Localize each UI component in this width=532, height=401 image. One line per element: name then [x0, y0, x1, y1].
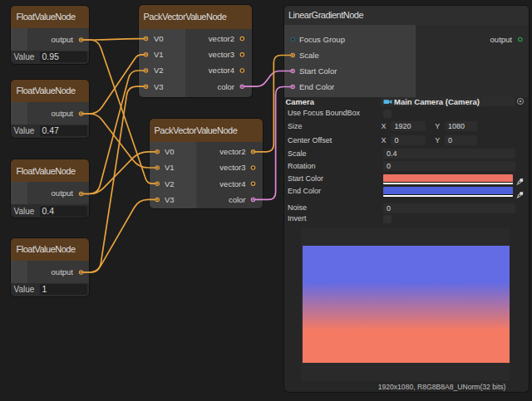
wire-f4-pack1-v3[interactable]: [81, 86, 146, 272]
node-title[interactable]: FloatValueNode: [11, 80, 89, 102]
input-port-v0[interactable]: V0: [150, 144, 196, 159]
eyedropper-icon[interactable]: [515, 191, 524, 201]
node-body: output: [11, 102, 89, 125]
value-field[interactable]: 0.95: [40, 51, 88, 62]
inputs-column: V0 V1 V2 V3: [150, 142, 196, 208]
pack-vector-node-2[interactable]: PackVectorValueNode V0 V1 V2 V3 vector2 …: [150, 119, 263, 208]
output-port-vector4[interactable]: vector4: [185, 62, 252, 78]
input-port-v2[interactable]: V2: [139, 62, 185, 78]
rotation-field[interactable]: 0: [383, 161, 515, 171]
center-x-prefix: X: [382, 136, 387, 144]
node-body: V0 V1 V2 V3 vector2 vector3 vector4 colo…: [139, 29, 252, 98]
output-port-row: output: [27, 182, 89, 204]
size-x-prefix: X: [382, 122, 387, 130]
size-x-field[interactable]: 1920: [391, 121, 425, 131]
node-body: output: [11, 182, 89, 204]
output-port-row: output: [27, 261, 89, 283]
alpha-bar: [383, 182, 513, 184]
wire-f3-pack2-v0[interactable]: [81, 152, 158, 194]
scale-field[interactable]: 0.4: [383, 149, 515, 159]
input-column: [11, 182, 27, 204]
output-port-color[interactable]: color: [185, 79, 252, 95]
wire-f3-pack1-v2[interactable]: [81, 71, 146, 194]
node-title[interactable]: FloatValueNode: [11, 238, 89, 261]
input-port-v1[interactable]: V1: [150, 159, 196, 175]
value-row: Value 0.4: [11, 204, 89, 218]
input-port-v2[interactable]: V2: [150, 176, 196, 192]
center-y-field[interactable]: 0: [445, 135, 477, 145]
value-label: Value: [11, 126, 40, 135]
float-value-node-2[interactable]: FloatValueNode output Value 0.47: [11, 80, 89, 138]
center-offset-label: Center Offset: [288, 136, 332, 144]
input-port-v3[interactable]: V3: [139, 79, 185, 95]
noise-field[interactable]: 0: [383, 203, 515, 213]
value-label: Value: [11, 52, 40, 61]
input-column: [11, 28, 27, 51]
output-port-vector3[interactable]: vector3: [185, 46, 252, 62]
input-port-start-color[interactable]: Start Color: [299, 63, 337, 79]
node-body: output: [11, 261, 89, 283]
end-color-swatch[interactable]: [383, 187, 513, 197]
float-value-node-3[interactable]: FloatValueNode output Value 0.4: [11, 159, 89, 218]
linear-gradient-node[interactable]: LinearGradientNode Focus Group Scale Sta…: [284, 6, 529, 392]
outputs-column: vector2 vector3 vector4 color: [196, 142, 263, 208]
camera-object-name: Main Camera (Camera): [394, 97, 480, 106]
output-port-vector2[interactable]: vector2: [185, 31, 252, 46]
node-body: output: [11, 28, 89, 51]
invert-checkbox[interactable]: [383, 215, 392, 223]
use-focus-boundbox-checkbox[interactable]: [383, 110, 392, 118]
camera-icon: [383, 98, 392, 105]
node-title[interactable]: FloatValueNode: [11, 6, 89, 28]
pack-vector-node-1[interactable]: PackVectorValueNode V0 V1 V2 V3 vector2 …: [139, 5, 252, 98]
value-field[interactable]: 0.47: [40, 125, 88, 136]
node-title[interactable]: LinearGradientNode: [284, 6, 529, 26]
node-title[interactable]: FloatValueNode: [11, 159, 89, 182]
rotation-label: Rotation: [288, 162, 316, 170]
output-port-color[interactable]: color: [196, 192, 263, 208]
value-label: Value: [11, 285, 40, 294]
value-label: Value: [11, 207, 40, 216]
output-port-vector3[interactable]: vector3: [196, 159, 263, 175]
start-color-swatch[interactable]: [383, 174, 513, 184]
value-field[interactable]: 0.4: [40, 206, 88, 217]
float-value-node-1[interactable]: FloatValueNode output Value 0.95: [11, 6, 89, 64]
output-port-vector4[interactable]: vector4: [196, 176, 263, 192]
camera-object-field[interactable]: Main Camera (Camera): [381, 97, 515, 106]
wire-f1-pack1-v0[interactable]: [81, 39, 146, 40]
input-port-v0[interactable]: V0: [139, 31, 185, 46]
input-port-end-color[interactable]: End Color: [299, 79, 334, 95]
object-picker-icon[interactable]: [516, 97, 525, 105]
ports-section: Focus Group Scale Start Color End Color …: [284, 25, 529, 97]
invert-label: Invert: [288, 214, 307, 223]
gradient-preview-box: [301, 227, 510, 381]
input-port-v1[interactable]: V1: [139, 46, 185, 62]
output-port-row[interactable]: output: [490, 32, 512, 47]
scale-label: Scale: [288, 149, 307, 158]
node-title[interactable]: PackVectorValueNode: [139, 5, 252, 29]
center-x-field[interactable]: 0: [391, 135, 425, 145]
node-title[interactable]: PackVectorValueNode: [150, 119, 263, 142]
input-port-v3[interactable]: V3: [150, 192, 196, 208]
float-value-node-4[interactable]: FloatValueNode output Value 1: [11, 238, 89, 296]
center-y-prefix: Y: [435, 136, 440, 144]
input-column: [11, 102, 27, 125]
value-row: Value 0.47: [11, 125, 89, 138]
size-label: Size: [288, 122, 303, 130]
output-port-vector2[interactable]: vector2: [196, 144, 263, 159]
inputs-column: V0 V1 V2 V3: [139, 29, 185, 98]
graph-canvas[interactable]: FloatValueNode output Value 0.95 FloatVa…: [0, 0, 532, 401]
wire-f2-pack1-v1[interactable]: [81, 55, 146, 114]
preview-footer-text: 1920x1080, R8G8B8A8_UNorm(32 bits): [378, 383, 506, 391]
noise-label: Noise: [288, 203, 307, 212]
input-port-scale[interactable]: Scale: [299, 47, 319, 63]
value-row: Value 1: [11, 283, 89, 296]
value-row: Value 0.95: [11, 51, 89, 64]
input-port-focus-group[interactable]: Focus Group: [299, 32, 345, 47]
size-y-field[interactable]: 1080: [445, 121, 477, 131]
wire-f4-pack2-v3[interactable]: [81, 199, 158, 272]
gradient-preview-image[interactable]: [303, 246, 510, 363]
eyedropper-icon[interactable]: [515, 178, 524, 188]
wire-f2-pack2-v1[interactable]: [81, 114, 158, 168]
start-color-label: Start Color: [288, 174, 323, 183]
value-field[interactable]: 1: [40, 284, 88, 295]
